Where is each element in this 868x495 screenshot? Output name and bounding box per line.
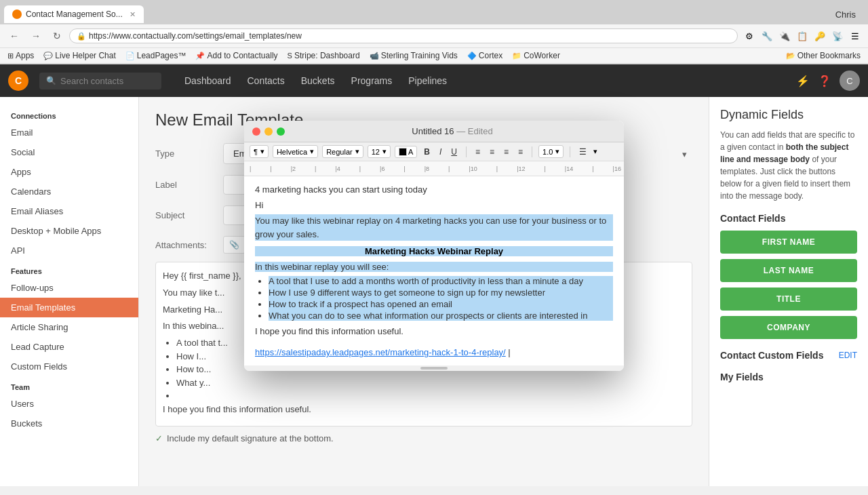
sidebar-item-desktop-apps[interactable]: Desktop + Mobile Apps	[0, 221, 138, 241]
mac-maximize-btn[interactable]	[277, 127, 285, 136]
attach-file-btn[interactable]: 📎	[223, 236, 245, 254]
doc-greeting: Hi	[255, 200, 613, 210]
section-team: Team	[0, 376, 138, 394]
tab-close-btn[interactable]: ✕	[130, 10, 136, 19]
nav-buckets[interactable]: Buckets	[294, 71, 342, 90]
ext-icon-4[interactable]: 📋	[795, 28, 810, 43]
bookmark-coworker-label: CoWorker	[524, 51, 560, 60]
bookmark-livechat-label: Live Helper Chat	[55, 51, 115, 60]
back-btn[interactable]: ←	[5, 29, 23, 43]
align-justify-btn[interactable]: ≡	[515, 146, 526, 158]
ext-icon-5[interactable]: 🔑	[812, 28, 827, 43]
doc-para-1: You may like this webinar replay on 4 ma…	[255, 214, 613, 241]
other-bookmarks-icon: 📂	[786, 52, 795, 60]
font-group: Helvetica ▾	[273, 145, 318, 158]
right-panel: Dynamic Fields You can add fields that a…	[709, 97, 868, 486]
align-left-btn[interactable]: ≡	[473, 146, 483, 158]
doc-subject-line: 4 marketing hacks you can start using to…	[255, 184, 613, 195]
reload-btn[interactable]: ↻	[49, 29, 65, 43]
title-btn[interactable]: TITLE	[720, 288, 857, 311]
ext-icon-2[interactable]: 🔧	[760, 28, 774, 43]
doc-link[interactable]: https://salestipaday.leadpages.net/marke…	[255, 347, 506, 357]
mac-close-btn[interactable]	[252, 127, 260, 136]
search-bar[interactable]: 🔍 Search contacts	[39, 73, 161, 90]
sidebar-item-email[interactable]: Email	[0, 123, 138, 142]
coworker-icon: 📁	[512, 52, 521, 60]
bookmark-coworker[interactable]: 📁 CoWorker	[510, 50, 562, 61]
sidebar-item-social[interactable]: Social	[0, 142, 138, 162]
doc-bullet-1: A tool that I use to add a months worth …	[269, 276, 613, 286]
sidebar-item-calendars[interactable]: Calendars	[0, 182, 138, 201]
sidebar-item-lead-capture[interactable]: Lead Capture	[0, 337, 138, 357]
sidebar-item-buckets[interactable]: Buckets	[0, 414, 138, 433]
bookmark-sterling[interactable]: 📹 Sterling Training Vids	[368, 50, 460, 61]
sidebar-item-apps[interactable]: Apps	[0, 162, 138, 182]
list-chevron: ▾	[593, 147, 597, 156]
ext-icon-3[interactable]: 🔌	[777, 28, 792, 43]
lastname-btn[interactable]: LAST NAME	[720, 259, 857, 282]
address-bar[interactable]: 🔒 https://www.contactually.com/settings/…	[69, 28, 738, 43]
sidebar-item-email-aliases[interactable]: Email Aliases	[0, 201, 138, 221]
sidebar-item-article-sharing[interactable]: Article Sharing	[0, 317, 138, 337]
sidebar-item-email-templates[interactable]: Email Templates	[0, 298, 138, 317]
list-btn[interactable]: ☰	[576, 146, 589, 158]
help-icon[interactable]: ❓	[818, 75, 831, 87]
bookmark-add-contactually-label: Add to Contactually	[207, 51, 277, 60]
nav-dashboard[interactable]: Dashboard	[178, 71, 238, 90]
nav-contacts[interactable]: Contacts	[241, 71, 292, 90]
bookmark-apps[interactable]: ⊞ Apps	[5, 50, 36, 61]
signature-row: ✓ Include my default signature at the bo…	[155, 433, 692, 443]
subject-label: Subject	[155, 210, 223, 220]
user-avatar[interactable]: C	[840, 71, 860, 91]
bookmark-other-label: Other Bookmarks	[797, 51, 861, 60]
bookmark-livechat[interactable]: 💬 Live Helper Chat	[41, 50, 117, 61]
lightning-icon[interactable]: ⚡	[796, 75, 810, 87]
sidebar-item-custom-fields[interactable]: Custom Fields	[0, 357, 138, 376]
url-text: https://www.contactually.com/settings/em…	[89, 31, 302, 41]
bookmark-other[interactable]: 📂 Other Bookmarks	[784, 50, 863, 61]
cortex-icon: 🔷	[467, 52, 477, 60]
bookmark-add-contactually[interactable]: 📌 Add to Contactually	[193, 50, 279, 61]
livechat-icon: 💬	[43, 52, 53, 60]
ext-icon-7[interactable]: ☰	[848, 28, 863, 43]
paragraph-style-group: ¶ ▾	[250, 145, 269, 158]
mac-scrollbar[interactable]	[244, 365, 624, 371]
edit-link[interactable]: EDIT	[839, 351, 857, 360]
firstname-btn[interactable]: FIRST NAME	[720, 231, 857, 254]
bookmark-stripe[interactable]: S Stripe: Dashboard	[285, 50, 362, 61]
color-group[interactable]: A	[395, 146, 417, 158]
company-btn[interactable]: COMPANY	[720, 316, 857, 339]
doc-bullet-2: How I use 9 different ways to get someon…	[269, 288, 613, 298]
mac-window[interactable]: Untitled 16 — Edited ¶ ▾ Helvetica ▾ Reg…	[244, 121, 624, 371]
mac-minimize-btn[interactable]	[264, 127, 273, 136]
mac-ruler: |||2||4||6||8||10||12||14||16||18	[244, 161, 624, 176]
nav-pipelines[interactable]: Pipelines	[401, 71, 454, 90]
tab-favicon	[12, 9, 22, 19]
italic-btn[interactable]: I	[437, 146, 444, 158]
label-label: Label	[155, 180, 223, 190]
align-center-btn[interactable]: ≡	[487, 146, 497, 158]
bookmark-cortex[interactable]: 🔷 Cortex	[465, 50, 505, 61]
sidebar-item-followups[interactable]: Follow-ups	[0, 278, 138, 298]
active-tab[interactable]: Contact Management So... ✕	[4, 5, 144, 23]
forward-btn[interactable]: →	[27, 29, 45, 43]
mac-doc-title: Untitled 16	[412, 126, 454, 136]
bookmark-stripe-label: Stripe: Dashboard	[294, 51, 360, 60]
color-swatch	[399, 148, 407, 156]
align-right-btn[interactable]: ≡	[501, 146, 511, 158]
nav-programs[interactable]: Programs	[344, 71, 399, 90]
sidebar-item-users[interactable]: Users	[0, 394, 138, 414]
ext-icon-1[interactable]: ⚙	[742, 28, 757, 43]
body-closing-line: I hope you find this information useful.	[163, 403, 685, 417]
section-features: Features	[0, 260, 138, 278]
bold-btn[interactable]: B	[421, 146, 433, 158]
mac-document-content[interactable]: 4 marketing hacks you can start using to…	[244, 176, 624, 365]
spacing-chevron: ▾	[555, 147, 559, 156]
app-logo[interactable]: C	[8, 71, 28, 91]
underline-btn[interactable]: U	[448, 146, 460, 158]
sidebar-item-api[interactable]: API	[0, 241, 138, 260]
logo-letter: C	[15, 75, 22, 86]
bookmark-leadpages[interactable]: 📄 LeadPages™	[123, 50, 189, 61]
ext-icon-6[interactable]: 📡	[830, 28, 845, 43]
browser-toolbar: ← → ↻ 🔒 https://www.contactually.com/set…	[0, 24, 868, 48]
